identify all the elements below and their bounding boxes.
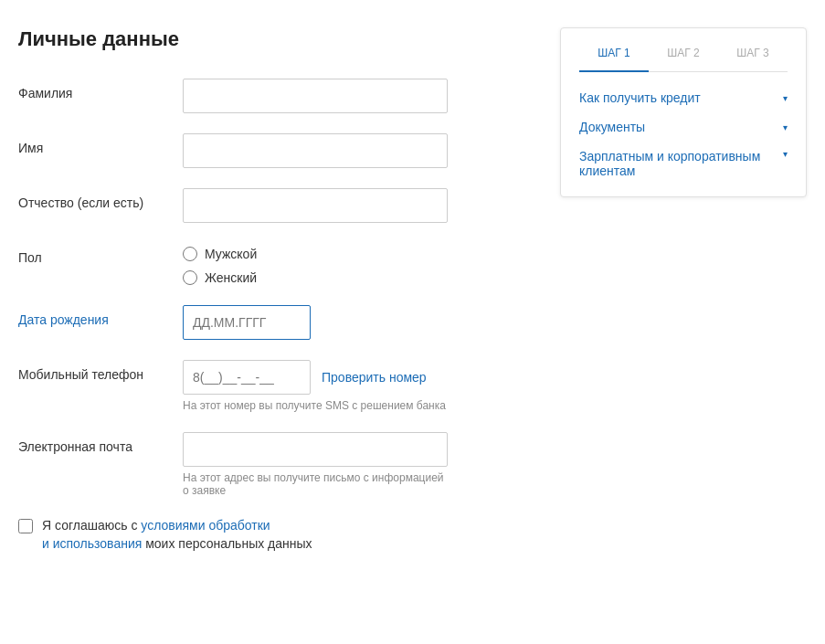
gender-male-option[interactable]: Мужской: [183, 247, 257, 261]
page-title: Личные данные: [18, 27, 533, 51]
gender-female-option[interactable]: Женский: [183, 270, 257, 285]
sidebar: ШАГ 1 ШАГ 2 ШАГ 3 Как получить кредит ▾ …: [560, 27, 807, 617]
gender-female-label: Женский: [205, 270, 257, 285]
last-name-label: Фамилия: [18, 79, 183, 100]
sidebar-menu-item-credit[interactable]: Как получить кредит ▾: [579, 90, 788, 105]
gender-label: Пол: [18, 243, 183, 265]
consent-text-before: Я соглашаюсь с: [42, 518, 141, 533]
birth-date-input[interactable]: [183, 305, 311, 340]
sidebar-menu-item-salary[interactable]: Зарплатным и корпоративным клиентам ▾: [579, 149, 788, 178]
sidebar-menu-item-docs[interactable]: Документы ▾: [579, 120, 788, 134]
consent-text: Я соглашаюсь с условиями обработкии испо…: [42, 517, 312, 553]
gender-male-radio[interactable]: [183, 247, 197, 261]
main-form: Личные данные Фамилия Имя Отчество (если…: [18, 27, 533, 617]
gender-female-radio[interactable]: [183, 270, 197, 285]
email-row: Электронная почта На этот адрес вы получ…: [18, 432, 533, 497]
gender-radio-group: Мужской Женский: [183, 243, 257, 285]
last-name-input[interactable]: [183, 79, 448, 113]
steps-row: ШАГ 1 ШАГ 2 ШАГ 3: [579, 47, 788, 72]
phone-input[interactable]: [183, 360, 311, 395]
sidebar-menu: Как получить кредит ▾ Документы ▾ Зарпла…: [579, 90, 788, 178]
middle-name-row: Отчество (если есть): [18, 188, 533, 223]
step-1[interactable]: ШАГ 1: [579, 47, 649, 72]
consent-checkbox[interactable]: [18, 519, 33, 533]
email-input[interactable]: [183, 432, 448, 467]
first-name-label: Имя: [18, 133, 183, 155]
consent-text-after: моих персональных данных: [142, 536, 312, 551]
gender-male-label: Мужской: [205, 247, 257, 261]
phone-hint: На этот номер вы получите SMS с решением…: [183, 399, 446, 412]
phone-label: Мобильный телефон: [18, 360, 183, 382]
phone-input-group: Проверить номер: [183, 360, 427, 395]
verify-phone-link[interactable]: Проверить номер: [322, 370, 427, 385]
middle-name-input[interactable]: [183, 188, 448, 223]
email-inner-row: Электронная почта: [18, 432, 533, 467]
consent-row: Я соглашаюсь с условиями обработкии испо…: [18, 517, 533, 553]
step-3[interactable]: ШАГ 3: [718, 47, 788, 72]
chevron-down-icon-2: ▾: [783, 122, 788, 132]
phone-row: Мобильный телефон Проверить номер На это…: [18, 360, 533, 412]
last-name-row: Фамилия: [18, 79, 533, 113]
gender-row: Пол Мужской Женский: [18, 243, 533, 285]
email-hint: На этот адрес вы получите письмо с инфор…: [183, 471, 448, 497]
birth-date-label: Дата рождения: [18, 305, 183, 327]
sidebar-card: ШАГ 1 ШАГ 2 ШАГ 3 Как получить кредит ▾ …: [560, 27, 807, 197]
birth-date-row: Дата рождения: [18, 305, 533, 340]
step-2[interactable]: ШАГ 2: [649, 47, 718, 72]
middle-name-label: Отчество (если есть): [18, 188, 183, 210]
first-name-input[interactable]: [183, 133, 448, 168]
first-name-row: Имя: [18, 133, 533, 168]
page-container: Личные данные Фамилия Имя Отчество (если…: [0, 0, 825, 644]
email-label: Электронная почта: [18, 432, 183, 454]
chevron-down-icon-1: ▾: [783, 93, 788, 103]
chevron-down-icon-3: ▾: [783, 149, 788, 159]
